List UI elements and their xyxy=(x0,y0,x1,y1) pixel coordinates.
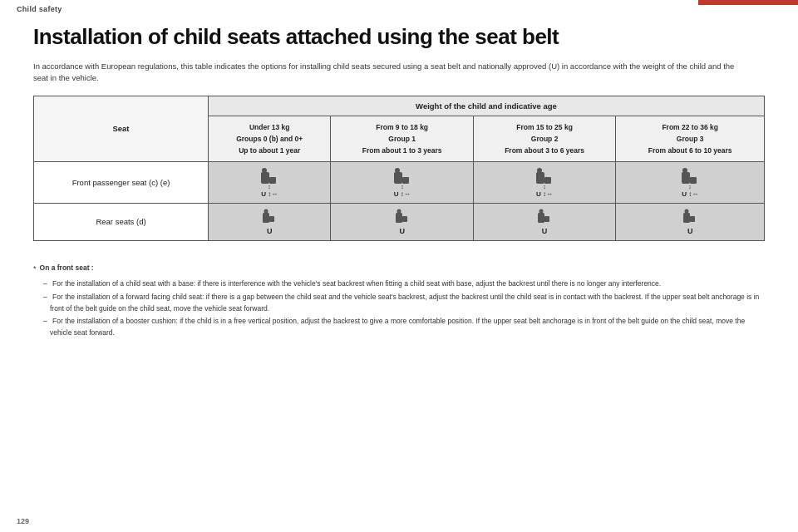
svg-rect-5 xyxy=(402,177,409,184)
seat-icon-u2 xyxy=(535,209,554,227)
svg-rect-17 xyxy=(269,216,274,222)
page-number: 129 xyxy=(17,517,29,525)
col-group-2: From 15 to 25 kg Group 2 From about 3 to… xyxy=(473,116,615,162)
page-container: Child safety Installation of child seats… xyxy=(0,0,798,532)
seat-icon-u3 xyxy=(681,209,699,227)
page-title: Installation of child seats attached usi… xyxy=(33,25,765,49)
svg-rect-16 xyxy=(263,213,269,223)
col-group-3: From 22 to 36 kg Group 3 From about 6 to… xyxy=(616,116,765,162)
footnote-title: On a front seat : xyxy=(40,263,94,274)
svg-rect-23 xyxy=(544,216,549,222)
seat-icon-forward2: ↕ xyxy=(391,167,414,190)
svg-point-24 xyxy=(539,209,544,213)
row2-cell1: U xyxy=(331,203,473,240)
footnote-item-3: – For the installation of a booster cush… xyxy=(43,316,765,338)
row1-cell0: ↕ U ↕↔ xyxy=(209,161,331,203)
row2-seat: Rear seats (d) xyxy=(34,203,209,240)
svg-rect-19 xyxy=(396,213,402,223)
seat-icon-u0 xyxy=(260,209,278,227)
svg-rect-26 xyxy=(690,216,695,222)
svg-text:↕: ↕ xyxy=(543,184,546,190)
svg-rect-13 xyxy=(690,177,697,184)
svg-rect-12 xyxy=(682,172,690,184)
data-table: Seat Weight of the child and indicative … xyxy=(33,96,765,241)
footnote-item-1: – For the installation of a child seat w… xyxy=(43,278,765,290)
col-group-1: From 9 to 18 kg Group 1 From about 1 to … xyxy=(331,116,473,162)
row2-cell0: U xyxy=(209,203,331,240)
row1-seat: Front passenger seat (c) (e) xyxy=(34,161,209,203)
svg-text:↕: ↕ xyxy=(268,184,271,190)
svg-point-21 xyxy=(397,209,401,213)
header-bar: Child safety xyxy=(0,0,798,17)
col-seat-header: Seat xyxy=(34,96,209,162)
row1-cell1: ↕ U ↕↔ xyxy=(331,161,473,203)
svg-rect-9 xyxy=(544,177,551,184)
seat-icon-forward3: ↕ xyxy=(533,167,556,190)
row2-cell2: U xyxy=(473,203,615,240)
table-row: Front passenger seat (c) (e) ↕ U ↕↔ xyxy=(34,161,765,203)
col-group-0: Under 13 kg Groups 0 (b) and 0+ Up to ab… xyxy=(209,116,331,162)
main-content: Installation of child seats attached usi… xyxy=(0,17,798,263)
footnotes: * On a front seat : – For the installati… xyxy=(0,263,798,339)
svg-point-27 xyxy=(685,209,689,213)
svg-rect-25 xyxy=(683,213,690,223)
svg-rect-20 xyxy=(402,216,407,222)
svg-point-6 xyxy=(395,168,400,173)
svg-point-10 xyxy=(537,168,542,173)
table-row: Rear seats (d) U xyxy=(34,203,765,240)
svg-text:↕: ↕ xyxy=(688,184,692,190)
row2-cell3: U xyxy=(616,203,765,240)
row1-cell3: ↕ U ↕↔ xyxy=(616,161,765,203)
svg-rect-1 xyxy=(269,177,276,184)
row1-cell2: ↕ U ↕↔ xyxy=(473,161,615,203)
svg-rect-4 xyxy=(394,172,402,184)
svg-text:↕: ↕ xyxy=(401,184,404,190)
chapter-label: Child safety xyxy=(17,5,62,13)
seat-icon-forward: ↕ xyxy=(258,167,281,190)
svg-rect-8 xyxy=(536,172,544,184)
svg-point-14 xyxy=(682,168,687,173)
seat-icon-forward4: ↕ xyxy=(678,167,702,190)
seat-icon-u1 xyxy=(393,209,411,227)
footnote-item-2: – For the installation of a forward faci… xyxy=(43,292,765,314)
table-header-main: Weight of the child and indicative age xyxy=(209,96,765,116)
svg-point-2 xyxy=(262,168,267,173)
svg-point-18 xyxy=(264,209,268,213)
svg-rect-22 xyxy=(538,213,544,223)
svg-rect-0 xyxy=(261,172,269,184)
accent-bar xyxy=(698,0,798,5)
intro-text: In accordance with European regulations,… xyxy=(33,61,748,85)
